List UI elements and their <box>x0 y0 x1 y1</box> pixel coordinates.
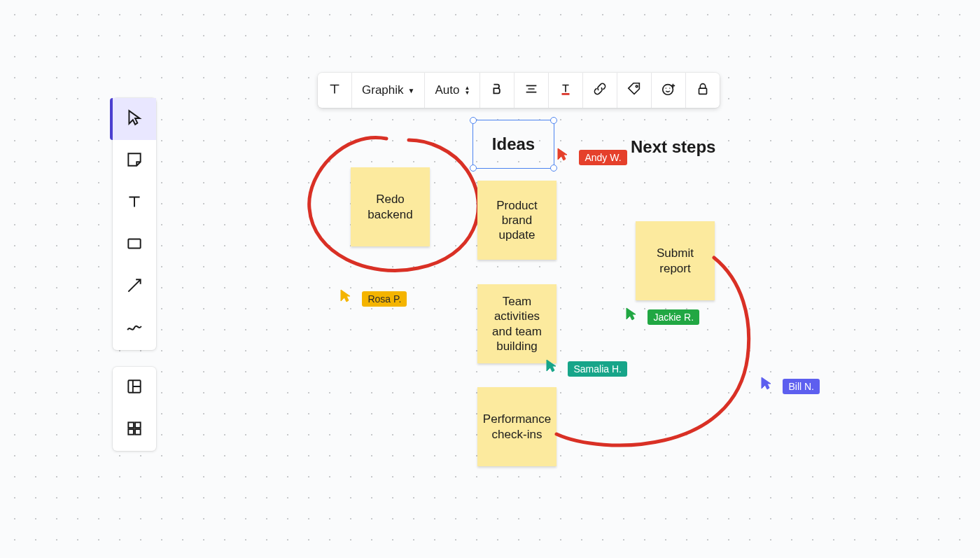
rect-icon <box>125 235 144 256</box>
font-size-label: Auto <box>435 83 459 97</box>
stepper-icon: ▲▼ <box>464 85 470 95</box>
svg-point-9 <box>666 88 666 88</box>
cursor-label: Jackie R. <box>648 309 699 325</box>
emoji-icon <box>661 81 676 100</box>
sticky-redo[interactable]: Redo backend <box>351 167 430 246</box>
text-icon <box>125 193 144 214</box>
svg-point-7 <box>636 85 638 87</box>
arrow-icon <box>125 277 144 298</box>
cursor-andy: Andy W. <box>556 147 627 165</box>
cursor-samalia: Samalia H. <box>545 358 627 377</box>
svg-rect-2 <box>128 422 134 428</box>
layout-tool[interactable] <box>113 367 156 409</box>
cursor-label: Rosa P. <box>362 291 407 307</box>
link-button[interactable] <box>583 73 617 108</box>
font-family-label: Graphik <box>362 83 404 97</box>
selected-text-content: Ideas <box>492 134 535 154</box>
layout-icon <box>125 377 144 398</box>
font-size-dropdown[interactable]: Auto ▲▼ <box>425 73 480 108</box>
cursor-label: Andy W. <box>579 150 626 165</box>
text-color-button[interactable] <box>549 73 583 108</box>
svg-rect-5 <box>135 429 141 435</box>
svg-rect-0 <box>128 239 140 249</box>
tag-button[interactable] <box>617 73 652 108</box>
type-icon <box>327 81 342 100</box>
emoji-button[interactable] <box>652 73 686 108</box>
bold-button[interactable] <box>480 73 514 108</box>
pointer-icon <box>125 109 144 130</box>
sticky-text: Submit report <box>641 246 709 276</box>
sticky-perf[interactable]: Performance check-ins <box>477 387 556 466</box>
type-button[interactable] <box>318 73 352 108</box>
cursor-bill: Bill N. <box>760 376 820 394</box>
grid-tool[interactable] <box>113 409 156 451</box>
svg-point-10 <box>669 88 670 88</box>
resize-handle-tr[interactable] <box>550 117 557 124</box>
scribble-icon <box>125 319 144 340</box>
vertical-toolbar-secondary <box>113 367 156 451</box>
cursor-icon <box>760 376 771 390</box>
sticky-text: Performance check-ins <box>483 412 551 442</box>
cursor-rosa: Rosa P. <box>340 288 407 307</box>
svg-rect-3 <box>135 422 141 428</box>
text-color-icon <box>558 81 573 100</box>
sticky-icon <box>125 151 144 172</box>
resize-handle-tl[interactable] <box>470 117 477 124</box>
sticky-team[interactable]: Team activities and team building <box>477 284 556 363</box>
shape-tool[interactable] <box>113 224 156 266</box>
sticky-text: Product brand update <box>483 198 551 243</box>
resize-handle-br[interactable] <box>550 165 557 172</box>
sticky-brand[interactable]: Product brand update <box>477 181 556 260</box>
sticky-text: Team activities and team building <box>483 294 551 354</box>
heading-text: Next steps <box>631 137 715 156</box>
sticky-text: Redo backend <box>356 192 424 222</box>
draw-tool[interactable] <box>113 308 156 350</box>
svg-rect-11 <box>699 88 707 94</box>
resize-handle-bl[interactable] <box>470 165 477 172</box>
align-icon <box>524 81 539 100</box>
chevron-down-icon: ▼ <box>408 87 415 95</box>
context-toolbar: Graphik ▼ Auto ▲▼ <box>318 73 720 108</box>
tag-icon <box>626 81 642 100</box>
lock-icon <box>695 81 710 100</box>
cursor-icon <box>625 307 636 321</box>
font-family-dropdown[interactable]: Graphik ▼ <box>352 73 425 108</box>
grid-icon <box>125 419 144 440</box>
cursor-label: Samalia H. <box>568 361 626 377</box>
selected-text-ideas[interactable]: Ideas <box>472 120 554 169</box>
bold-icon <box>489 81 505 100</box>
pointer-tool[interactable] <box>113 98 156 140</box>
cursor-icon <box>556 147 568 161</box>
heading-next-steps[interactable]: Next steps <box>631 137 715 157</box>
align-button[interactable] <box>514 73 549 108</box>
cursor-icon <box>545 358 556 372</box>
cursor-label: Bill N. <box>783 379 820 394</box>
sticky-tool[interactable] <box>113 140 156 182</box>
svg-rect-4 <box>128 429 134 435</box>
sticky-submit[interactable]: Submit report <box>636 221 715 300</box>
line-tool[interactable] <box>113 266 156 308</box>
vertical-toolbar <box>113 98 156 350</box>
cursor-jackie: Jackie R. <box>625 307 699 325</box>
lock-button[interactable] <box>686 73 720 108</box>
cursor-icon <box>340 288 351 302</box>
text-tool[interactable] <box>113 182 156 224</box>
link-icon <box>592 81 608 100</box>
